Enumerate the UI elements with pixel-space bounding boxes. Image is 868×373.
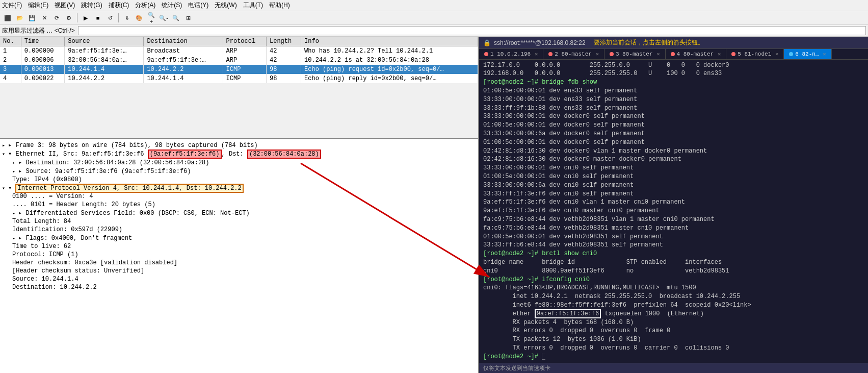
menu-wireless[interactable]: 无线(W) [215, 1, 236, 10]
term-line-37: [root@node2 ~]# █ [483, 353, 864, 361]
packet-cell-0-4: ARP [223, 46, 266, 56]
detail-line-0[interactable]: ▸ Frame 3: 98 bytes on wire (784 bits), … [2, 141, 476, 150]
packet-detail: ▸ Frame 3: 98 bytes on wire (784 bits), … [0, 139, 478, 373]
packet-row-4[interactable]: 40.00002210.244.2.210.244.1.4ICMP98Echo … [0, 74, 478, 83]
start-capture-btn[interactable]: ▶ [80, 12, 91, 23]
menu-stats[interactable]: 统计(S) [162, 1, 182, 10]
packet-cell-3-5: 98 [267, 74, 301, 83]
packet-cell-1-0: 2 [0, 56, 21, 65]
col-info: Info [301, 37, 478, 46]
menu-tools[interactable]: 工具(T) [243, 1, 263, 10]
tab-close-3[interactable]: ✕ [657, 51, 660, 57]
toolbar-sep-1 [77, 13, 77, 22]
stop-capture-btn[interactable]: ■ [92, 12, 103, 23]
filter-input[interactable] [78, 26, 866, 35]
menu-view[interactable]: 视图(V) [55, 1, 75, 10]
detail-line-1[interactable]: ▾ Ethernet II, Src: 9a:ef:f5:1f:3e:f6 (9… [2, 150, 476, 158]
term-line-26: cni0 8000.9aeff51f3ef6 no vethb2d98351 [483, 267, 864, 276]
col-no: No. [0, 37, 21, 46]
terminal-tab-1[interactable]: 1 10.0.2.196✕ [479, 49, 543, 59]
tab-close-5[interactable]: ✕ [775, 51, 778, 57]
reload-btn[interactable]: ⟳ [51, 12, 62, 23]
term-line-6: 33:33:00:00:00:01 dev ens33 self permane… [483, 95, 864, 104]
zoom-in-btn[interactable]: 🔍+ [146, 12, 157, 23]
menu-file[interactable]: 文件(F) [2, 1, 22, 10]
packet-cell-2-6: Echo (ping) request id=0x2b00, seq=0/… [301, 65, 478, 74]
menu-phone[interactable]: 电话(Y) [188, 1, 208, 10]
close-btn[interactable]: ✕ [39, 12, 50, 23]
tab-label-1: 1 10.0.2.196 [490, 51, 531, 57]
menu-help[interactable]: 帮助(H) [269, 1, 290, 10]
menu-capture[interactable]: 捕获(C) [109, 1, 129, 10]
terminal-tab-6[interactable]: 6 82-n…✕ [784, 49, 831, 59]
tab-dot-2 [548, 52, 553, 56]
detail-line-6: 0100 .... = Version: 4 [2, 192, 476, 201]
term-line-33: RX errors 0 dropped 0 overruns 0 frame 0 [483, 327, 864, 335]
detail-line-2[interactable]: ▸ Destination: 32:00:56:84:0a:28 (32:00:… [2, 158, 476, 167]
menu-analyze[interactable]: 分析(A) [135, 1, 155, 10]
toolbar-sep-2 [118, 13, 119, 22]
tab-close-2[interactable]: ✕ [596, 51, 599, 57]
packet-cell-0-0: 1 [0, 46, 21, 56]
term-line-23: 33:33:ff:b6:e8:44 dev vethb2d98351 self … [483, 241, 864, 250]
packet-row-3[interactable]: 30.00001310.244.1.410.244.2.2ICMP98Echo … [0, 65, 478, 74]
tab-close-4[interactable]: ✕ [718, 51, 721, 57]
packet-cell-0-1: 0.000000 [21, 46, 64, 56]
term-line-28: cni0: flags=4163<UP,BROADCAST,RUNNING,MU… [483, 284, 864, 292]
zoom-reset-btn[interactable]: 🔍 [170, 12, 181, 23]
new-capture-btn[interactable]: ⬛ [2, 12, 13, 23]
detail-line-9: Total Length: 84 [2, 217, 476, 226]
detail-line-8[interactable]: ▸ Differentiated Services Field: 0x00 (D… [2, 209, 476, 217]
packet-row-1[interactable]: 10.0000009a:ef:f5:1f:3e:…BroadcastARP42W… [0, 46, 478, 56]
terminal-inputbar[interactable]: 仅将文本发送到当前选项卡 [479, 363, 868, 373]
save-btn[interactable]: 💾 [27, 12, 38, 23]
ip-highlight: Internet Protocol Version 4, Src: 10.244… [15, 184, 243, 193]
open-btn[interactable]: 📂 [14, 12, 25, 23]
detail-line-17: Destination: 10.244.2.2 [2, 283, 476, 291]
tab-close-1[interactable]: ✕ [535, 51, 538, 57]
resize-columns-btn[interactable]: ⊞ [182, 12, 194, 23]
packet-cell-1-6: 10.244.2.2 is at 32:00:56:84:0a:28 [301, 56, 478, 65]
menu-edit[interactable]: 编辑(E) [28, 1, 48, 10]
terminal-panel: 🔒 ssh://root:******@192.168.0.82:22 要添加当… [479, 37, 868, 373]
tab-label-4: 4 80-master [677, 51, 714, 57]
term-line-7: 33:33:ff:9f:1b:88 dev ens33 self permane… [483, 104, 864, 113]
term-line-3: 192.168.0.0 0.0.0.0 255.255.255.0 U 100 … [483, 69, 864, 78]
packet-cell-1-4: ARP [223, 56, 266, 65]
term-line-17: 33:33:ff:1f:3e:f6 dev cni0 self permanen… [483, 190, 864, 198]
restart-capture-btn[interactable]: ↺ [104, 12, 116, 23]
col-proto: Protocol [223, 37, 266, 46]
term-line-34: TX packets 12 bytes 1036 (1.0 KiB) [483, 335, 864, 344]
tab-label-5: 5 81-node1 [738, 51, 771, 57]
terminal-tab-4[interactable]: 4 80-master✕ [666, 49, 727, 59]
tab-close-6[interactable]: ✕ [823, 51, 826, 57]
terminal-tabs: 1 10.0.2.196✕2 80-master✕3 80-master✕4 8… [479, 49, 868, 60]
term-line-32: RX packets 4 bytes 168 (168.0 B) [483, 318, 864, 327]
detail-line-4: Type: IPv4 (0x0800) [2, 176, 476, 184]
detail-line-5[interactable]: ▾ Internet Protocol Version 4, Src: 10.2… [2, 184, 476, 192]
detail-line-13: Protocol: ICMP (1) [2, 251, 476, 259]
term-line-21: fa:c9:75:b6:e8:44 dev vethb2d98351 maste… [483, 224, 864, 233]
scroll-end-btn[interactable]: ⇩ [121, 12, 133, 23]
tab-dot-1 [484, 52, 488, 56]
capture-options-btn[interactable]: ⚙ [63, 12, 74, 23]
coloring-btn[interactable]: 🎨 [134, 12, 145, 23]
detail-line-3[interactable]: ▸ Source: 9a:ef:f5:1f:3e:f6 (9a:ef:f5:1f… [2, 167, 476, 176]
packet-cell-0-6: Who has 10.244.2.2? Tell 10.244.2.1 [301, 46, 478, 56]
terminal-tab-3[interactable]: 3 80-master✕ [604, 49, 666, 59]
terminal-tab-5[interactable]: 5 81-node1✕ [726, 49, 784, 59]
packet-row-2[interactable]: 20.00000632:00:56:84:0a:…9a:ef:f5:1f:3e:… [0, 56, 478, 65]
zoom-out-btn[interactable]: 🔍- [158, 12, 169, 23]
packet-cell-1-5: 42 [267, 56, 301, 65]
tab-label-3: 3 80-master [616, 51, 653, 57]
packet-cell-0-5: 42 [267, 46, 301, 56]
detail-line-10: Identification: 0x597d (22909) [2, 226, 476, 234]
col-dst: Destination [144, 37, 223, 46]
detail-line-11[interactable]: ▸ Flags: 0x4000, Don't fragment [2, 234, 476, 242]
menu-go[interactable]: 跳转(G) [81, 1, 102, 10]
term-line-10: 33:33:00:00:00:6a dev docker0 self perma… [483, 130, 864, 138]
term-line-29: inet 10.244.2.1 netmask 255.255.255.0 br… [483, 292, 864, 301]
terminal-tab-2[interactable]: 2 80-master✕ [543, 49, 604, 59]
term-line-24: [root@node2 ~]# brctl show cni0 [483, 250, 864, 258]
packet-cell-3-3: 10.244.1.4 [144, 74, 223, 83]
